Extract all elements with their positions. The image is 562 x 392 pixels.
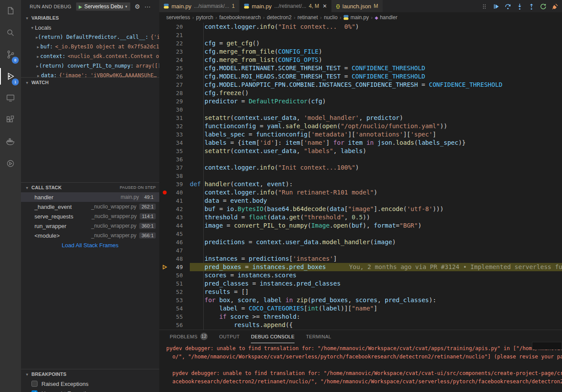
panel-tab-debug-console[interactable]: DEBUG CONSOLE <box>251 330 295 343</box>
extensions-icon[interactable] <box>0 109 21 131</box>
editor-tab[interactable]: {} launch.json M <box>332 0 383 12</box>
scope-locals[interactable]: ▾ Locals <box>21 23 159 32</box>
code-line-24[interactable]: 24 cfg.merge_from_list(CONFIG_OPTS) <box>159 56 562 64</box>
variable-row[interactable]: ▸ context: <nuclio_sdk.context.Context o… <box>21 51 159 61</box>
gutter-glyph[interactable] <box>159 191 170 194</box>
load-all-stack-frames-link[interactable]: Load All Stack Frames <box>21 240 159 250</box>
code-line-34[interactable]: 34 labels = {item['id']: item['name'] fo… <box>159 139 562 147</box>
variable-row[interactable]: ▸ data: {'image': 'iVBORw0KG…AAAANSUhE… <box>21 71 159 77</box>
variable-row[interactable]: ▸ (return) convert_PIL_to_numpy: array([… <box>21 61 159 71</box>
code-line-23[interactable]: 23 cfg.merge_from_file(CONFIG_FILE) <box>159 48 562 56</box>
stack-frame-row[interactable]: run_wrapper _nuclio_wrapper.py 360:1 <box>21 221 159 231</box>
breadcrumb-item[interactable]: serverless <box>166 14 190 20</box>
code-line-37[interactable]: 37 context.logger.info("Init context...1… <box>159 164 562 172</box>
variables-header[interactable]: ▾ VARIABLES <box>21 13 159 23</box>
source-control-icon[interactable]: 8 <box>0 44 21 65</box>
breakpoint-checkbox[interactable] <box>31 390 38 392</box>
code-line-52[interactable]: 52 results = [] <box>159 288 562 296</box>
code-line-56[interactable]: 56 results.append({ <box>159 321 562 329</box>
code-line-31[interactable]: 31 setattr(context.user_data, 'model_han… <box>159 114 562 122</box>
breakpoint-icon[interactable] <box>163 191 167 194</box>
code-line-49[interactable]: 49 pred_boxes = instances.pred_boxesYou,… <box>159 263 562 271</box>
gear-icon[interactable]: ⚙ <box>135 3 140 10</box>
step-over-icon[interactable] <box>504 2 512 11</box>
code-line-20[interactable]: 20 context.logger.info("Init context... … <box>159 23 562 31</box>
editor-tab[interactable]: main.py .../retinanet/... 4, M ✕ <box>240 0 332 12</box>
run-and-debug-icon[interactable]: 1 <box>0 65 21 87</box>
console-filter-input[interactable] <box>532 342 562 350</box>
code-line-38[interactable]: 38 <box>159 172 562 180</box>
code-line-45[interactable]: 45 <box>159 230 562 238</box>
code-line-54[interactable]: 54 label = COCO_CATEGORIES[int(label)]["… <box>159 304 562 313</box>
code-line-42[interactable]: 42 buf = io.BytesIO(base64.b64decode(dat… <box>159 205 562 213</box>
breadcrumb-item[interactable]: detectron2 <box>267 14 291 20</box>
more-actions-icon[interactable]: ··· <box>144 3 151 10</box>
code-line-40[interactable]: 40 context.logger.info("Run retinanet-R1… <box>159 188 562 197</box>
code-line-28[interactable]: 28 cfg.freeze() <box>159 89 562 97</box>
panel-tab-problems[interactable]: PROBLEMS 12 <box>170 330 208 343</box>
stack-frame-row[interactable]: handler main.py 49:1 <box>21 192 159 202</box>
variable-row[interactable]: ▸ (return) DefaultPredictor.__call__: {'… <box>21 32 159 42</box>
breadcrumb-item[interactable]: retinanet <box>298 14 318 20</box>
code-line-43[interactable]: 43 threshold = float(data.get("threshold… <box>159 213 562 222</box>
code-line-29[interactable]: 29 predictor = DefaultPredictor(cfg) <box>159 97 562 106</box>
breadcrumb-item[interactable]: nuclio <box>324 14 337 20</box>
search-icon[interactable] <box>0 22 21 44</box>
code-line-55[interactable]: 55 if score >= threshold: <box>159 313 562 321</box>
breadcrumb-item[interactable]: pytorch <box>196 14 213 20</box>
code-line-46[interactable]: 46 predictions = context.user_data.model… <box>159 238 562 246</box>
launch-config-dropdown[interactable]: ▶ Serverless Debu ▾ <box>76 2 130 11</box>
code-line-39[interactable]: 39def handler(context, event): <box>159 180 562 188</box>
gutter-glyph[interactable] <box>159 264 170 270</box>
toolbar-grip-icon[interactable] <box>480 2 489 11</box>
restart-icon[interactable] <box>539 2 548 11</box>
code-line-22[interactable]: 22 cfg = get_cfg() <box>159 39 562 48</box>
panel-tab-terminal[interactable]: TERMINAL <box>306 330 331 343</box>
close-icon[interactable]: ✕ <box>322 3 327 9</box>
code-text: labels = {item['id']: item['name'] for i… <box>190 139 562 147</box>
remote-explorer-icon[interactable] <box>0 87 21 109</box>
code-text: image = convert_PIL_to_numpy(Image.open(… <box>190 222 562 230</box>
code-line-47[interactable]: 47 <box>159 246 562 255</box>
code-line-36[interactable]: 36 <box>159 155 562 164</box>
stack-frame-row[interactable]: _handle_event _nuclio_wrapper.py 262:1 <box>21 202 159 211</box>
code-line-51[interactable]: 51 pred_classes = instances.pred_classes <box>159 280 562 288</box>
editor-tab[interactable]: main.py .../siammask/... 1 <box>159 0 240 12</box>
code-line-26[interactable]: 26 cfg.MODEL.ROI_HEADS.SCORE_THRESH_TEST… <box>159 72 562 81</box>
code-line-25[interactable]: 25 cfg.MODEL.RETINANET.SCORE_THRESH_TEST… <box>159 64 562 72</box>
code-line-53[interactable]: 53 for box, score, label in zip(pred_box… <box>159 296 562 304</box>
code-line-50[interactable]: 50 scores = instances.scores <box>159 271 562 280</box>
stack-frame-row[interactable]: <module> _nuclio_wrapper.py 366:1 <box>21 231 159 240</box>
breadcrumb-item[interactable]: main.py <box>343 14 369 20</box>
debug-console-output[interactable]: pydev debugger: unable to find translati… <box>159 343 562 386</box>
step-out-icon[interactable] <box>527 2 536 11</box>
code-editor[interactable]: 20 context.logger.info("Init context... … <box>159 23 562 330</box>
breakpoint-row[interactable]: Raised Exceptions <box>21 379 159 389</box>
breadcrumb-item[interactable]: facebookresearch <box>219 14 260 20</box>
watch-header[interactable]: ▾ WATCH <box>21 78 159 87</box>
stack-frame-row[interactable]: serve_requests _nuclio_wrapper.py 114:1 <box>21 211 159 221</box>
call-stack-header[interactable]: ▾ CALL STACK PAUSED ON STEP <box>21 183 159 192</box>
explorer-icon[interactable] <box>0 0 21 22</box>
code-line-35[interactable]: 35 setattr(context.user_data, "labels", … <box>159 147 562 155</box>
breadcrumb-item[interactable]: ◆handler <box>375 14 398 20</box>
variable-row[interactable]: ▸ buf: <_io.BytesIO object at 0x7f5a2dc1… <box>21 42 159 51</box>
breakpoints-header[interactable]: ▾ BREAKPOINTS <box>21 369 159 379</box>
docker-icon[interactable] <box>0 131 21 153</box>
breakpoint-row[interactable]: Uncaught Exceptions <box>21 389 159 392</box>
code-line-27[interactable]: 27 cfg.MODEL.PANOPTIC_FPN.COMBINE.INSTAN… <box>159 81 562 89</box>
start-debug-icon[interactable]: ▶ <box>79 4 82 9</box>
continue-icon[interactable] <box>492 2 500 11</box>
breakpoint-checkbox[interactable] <box>31 381 38 387</box>
code-line-33[interactable]: 33 labels_spec = functionconfig['metadat… <box>159 130 562 139</box>
code-line-41[interactable]: 41 data = event.body <box>159 197 562 205</box>
code-line-44[interactable]: 44 image = convert_PIL_to_numpy(Image.op… <box>159 222 562 230</box>
code-line-30[interactable]: 30 <box>159 106 562 114</box>
code-line-21[interactable]: 21 <box>159 31 562 39</box>
step-into-icon[interactable] <box>515 2 524 11</box>
panel-tab-output[interactable]: OUTPUT <box>219 330 240 343</box>
test-explorer-icon[interactable] <box>0 153 21 174</box>
disconnect-icon[interactable] <box>551 2 559 11</box>
code-line-48[interactable]: 48 instances = predictions['instances'] <box>159 255 562 263</box>
code-line-32[interactable]: 32 functionconfig = yaml.safe_load(open(… <box>159 122 562 130</box>
